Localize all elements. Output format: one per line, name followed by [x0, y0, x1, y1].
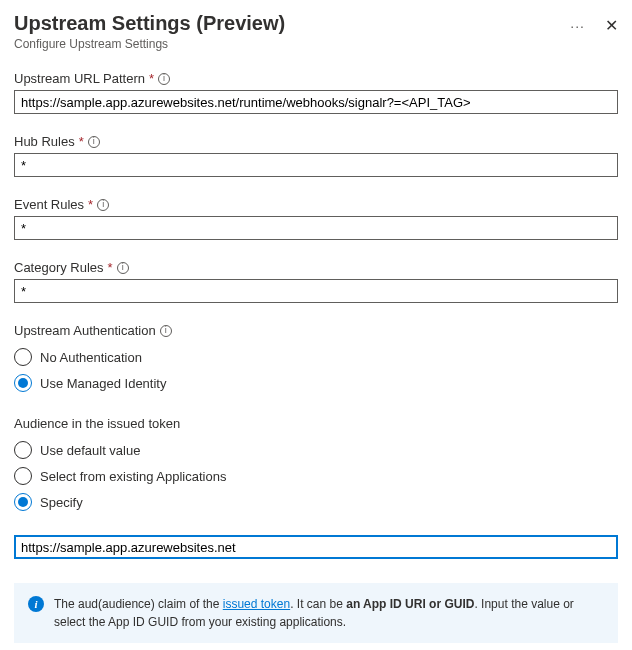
info-banner-icon: i — [28, 596, 44, 612]
url-pattern-label: Upstream URL Pattern — [14, 71, 145, 86]
radio-icon — [14, 374, 32, 392]
radio-label: Select from existing Applications — [40, 469, 226, 484]
hub-rules-label: Hub Rules — [14, 134, 75, 149]
audience-option-select[interactable]: Select from existing Applications — [14, 463, 618, 489]
audience-option-specify[interactable]: Specify — [14, 489, 618, 515]
auth-option-managed[interactable]: Use Managed Identity — [14, 370, 618, 396]
page-subtitle: Configure Upstream Settings — [14, 37, 564, 51]
url-pattern-input[interactable] — [14, 90, 618, 114]
info-icon[interactable]: i — [158, 73, 170, 85]
required-indicator: * — [88, 197, 93, 212]
info-icon[interactable]: i — [117, 262, 129, 274]
radio-icon — [14, 441, 32, 459]
info-icon[interactable]: i — [160, 325, 172, 337]
radio-label: Specify — [40, 495, 83, 510]
audience-label: Audience in the issued token — [14, 416, 180, 431]
hub-rules-input[interactable] — [14, 153, 618, 177]
page-title: Upstream Settings (Preview) — [14, 12, 564, 35]
radio-icon — [14, 493, 32, 511]
event-rules-label: Event Rules — [14, 197, 84, 212]
info-icon[interactable]: i — [88, 136, 100, 148]
radio-label: Use Managed Identity — [40, 376, 166, 391]
required-indicator: * — [108, 260, 113, 275]
info-banner: i The aud(audience) claim of the issued … — [14, 583, 618, 643]
required-indicator: * — [79, 134, 84, 149]
radio-label: No Authentication — [40, 350, 142, 365]
event-rules-input[interactable] — [14, 216, 618, 240]
radio-icon — [14, 348, 32, 366]
more-icon[interactable]: ··· — [570, 18, 585, 34]
auth-option-none[interactable]: No Authentication — [14, 344, 618, 370]
radio-icon — [14, 467, 32, 485]
audience-value-input[interactable] — [14, 535, 618, 559]
audience-option-default[interactable]: Use default value — [14, 437, 618, 463]
required-indicator: * — [149, 71, 154, 86]
radio-label: Use default value — [40, 443, 140, 458]
category-rules-input[interactable] — [14, 279, 618, 303]
auth-label: Upstream Authentication — [14, 323, 156, 338]
issued-token-link[interactable]: issued token — [223, 597, 290, 611]
info-icon[interactable]: i — [97, 199, 109, 211]
category-rules-label: Category Rules — [14, 260, 104, 275]
info-banner-text: The aud(audience) claim of the issued to… — [54, 595, 604, 631]
close-icon[interactable]: ✕ — [605, 16, 618, 35]
